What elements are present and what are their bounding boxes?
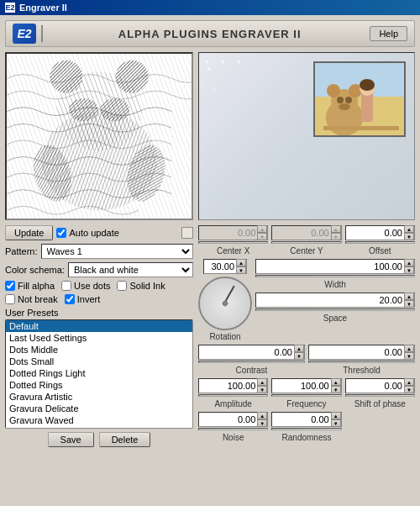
svg-point-8 [116,61,149,93]
center-x-input [199,228,257,238]
amplitude-down[interactable]: ▼ [257,386,267,393]
contrast-down[interactable]: ▼ [294,352,304,360]
svg-rect-27 [323,126,399,130]
photo-thumbnail [313,61,406,137]
app-icon: E2 [5,3,15,13]
header-bar: E2 ALPHA PLUGINS ENGRAVER II Help [5,20,415,47]
help-button[interactable]: Help [370,26,407,41]
amplitude-label: Amplitude [198,399,268,408]
center-y-up: ▲ [331,225,341,233]
presets-label: User Presets [5,308,193,318]
space-label: Space [255,314,415,323]
svg-point-23 [339,103,350,110]
solid-ink-checkbox[interactable]: Solid Ink [117,281,165,291]
rotation-group: ▲ ▼ Rotation [198,259,252,341]
invert-checkbox[interactable]: Invert [65,294,101,304]
noise-down[interactable]: ▼ [257,419,267,427]
svg-point-21 [337,97,344,103]
amp-freq-shift-group: ▲ ▼ Amplitude ▲ ▼ [198,378,415,408]
threshold-down[interactable]: ▼ [404,352,414,360]
svg-point-11 [76,117,123,146]
width-input[interactable] [256,261,404,271]
threshold-input[interactable] [309,347,404,357]
amplitude-input[interactable] [199,381,257,391]
offset-input[interactable] [346,228,404,238]
center-y-group: ▲ ▼ Center Y [271,225,341,256]
center-y-down: ▼ [331,233,341,240]
center-x-down: ▼ [257,233,267,240]
center-x-label: Center X [198,246,268,256]
controls-area: Update Auto update Pattern: Waves 1 Colo… [5,225,415,447]
space-input[interactable] [256,295,404,305]
not-break-checkbox[interactable]: Not break [5,294,58,304]
auto-update-checkbox[interactable]: Auto update [56,228,118,238]
main-preview [5,52,193,220]
space-down[interactable]: ▼ [404,300,414,308]
color-schema-select[interactable]: Black and white [68,262,193,277]
title-bar-text: Engraver II [19,3,67,13]
noise-label: Noise [198,433,268,442]
center-y-label: Center Y [271,246,341,256]
offset-up[interactable]: ▲ [404,225,414,233]
space-up[interactable]: ▲ [404,293,414,300]
frequency-input[interactable] [272,381,330,391]
center-y-input [272,228,330,238]
contrast-label: Contrast [198,366,305,375]
svg-point-26 [360,79,375,91]
pattern-select[interactable]: Waves 1 [41,244,193,259]
offset-label: Offset [345,246,415,256]
shift-phase-up[interactable]: ▲ [404,378,414,386]
frequency-up[interactable]: ▲ [331,378,341,386]
noise-input[interactable] [199,414,257,424]
center-x-up: ▲ [257,225,267,233]
frequency-down[interactable]: ▼ [331,386,341,393]
randomness-input[interactable] [272,414,330,424]
randomness-label: Randomness [271,433,341,442]
rotation-down[interactable]: ▼ [236,266,246,274]
noise-up[interactable]: ▲ [257,412,267,419]
header-title: ALPHA PLUGINS ENGRAVER II [50,28,370,40]
center-x-group: ▲ ▼ Center X [198,225,268,256]
fill-alpha-checkbox[interactable]: Fill alpha [5,281,55,291]
offset-down[interactable]: ▼ [404,233,414,240]
rotation-label: Rotation [209,332,240,341]
e2-badge: E2 [13,24,36,44]
shift-phase-down[interactable]: ▼ [404,386,414,393]
shift-phase-label: Shift of phase [345,399,415,408]
side-preview: ✦ ✦ ✦ [198,52,415,220]
pattern-label: Pattern: [5,246,38,256]
color-schema-label: Color schema: [5,265,65,275]
threshold-label: Threshold [308,366,415,375]
threshold-up[interactable]: ▲ [404,345,414,352]
svg-point-19 [327,84,340,98]
preview-area: ✦ ✦ ✦ [5,52,415,220]
offset-group: ▲ ▼ Offset [345,225,415,256]
noise-random-group: ▲ ▼ Noise ▲ ▼ [198,412,415,442]
save-button[interactable]: Save [48,432,94,447]
frequency-label: Frequency [271,399,341,408]
contrast-input[interactable] [199,347,294,357]
randomness-down[interactable]: ▼ [331,419,341,427]
width-label: Width [255,280,415,289]
svg-rect-24 [361,92,373,122]
width-space-group: ▲ ▼ Width ▲ ▼ [255,259,415,323]
delete-button[interactable]: Delete [99,432,151,447]
use-dots-checkbox[interactable]: Use dots [61,281,110,291]
randomness-up[interactable]: ▲ [331,412,341,419]
svg-point-22 [345,97,352,103]
shift-phase-input[interactable] [346,381,404,391]
presets-list[interactable]: Default Last Used Settings Dots Middle D… [5,319,193,429]
width-down[interactable]: ▼ [404,266,414,274]
update-options-button[interactable] [181,227,193,239]
amplitude-up[interactable]: ▲ [257,378,267,386]
width-up[interactable]: ▲ [404,259,414,266]
contrast-up[interactable]: ▲ [294,345,304,352]
contrast-threshold-group: ▲ ▼ Contrast ▲ ▼ [198,345,415,375]
rotation-input[interactable] [204,261,236,271]
empty-cell [345,412,415,442]
svg-point-7 [50,61,82,93]
rotation-up[interactable]: ▲ [236,259,246,266]
update-button[interactable]: Update [5,225,53,240]
rotation-dial[interactable] [198,277,252,330]
right-controls: ▲ ▼ Center X ▲ ▼ [198,225,415,447]
